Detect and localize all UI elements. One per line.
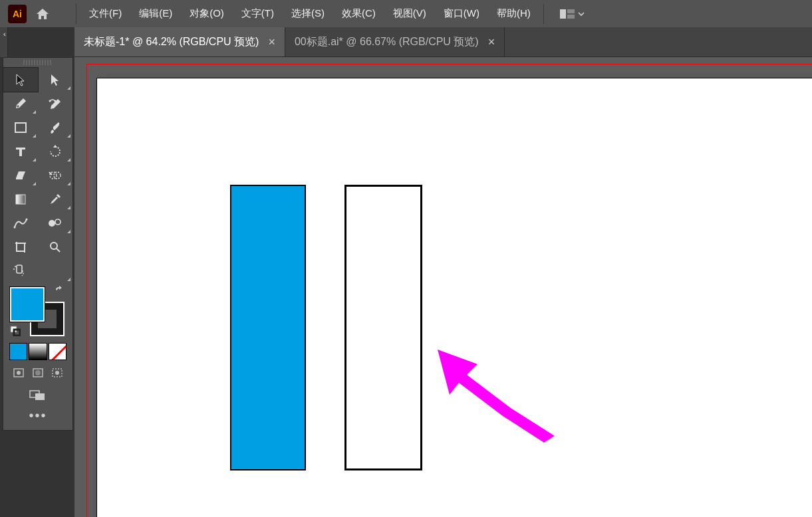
toolbox: •••	[3, 57, 73, 431]
close-icon[interactable]: ×	[488, 36, 495, 48]
color-mode-row	[9, 343, 67, 360]
document-tab-1[interactable]: 未标题-1* @ 64.2% (RGB/CPU 预览) ×	[74, 27, 285, 56]
svg-rect-6	[15, 123, 26, 132]
svg-point-3	[17, 106, 19, 108]
chevron-down-icon	[577, 10, 585, 18]
document-tabs: 未标题-1* @ 64.2% (RGB/CPU 预览) × 00标题.ai* @…	[74, 27, 812, 57]
selection-tool[interactable]	[3, 68, 38, 92]
menu-edit[interactable]: 编辑(E)	[130, 0, 181, 27]
edit-toolbar-button[interactable]: •••	[3, 405, 72, 430]
paintbrush-tool[interactable]	[38, 116, 72, 140]
document-tab-label: 未标题-1* @ 64.2% (RGB/CPU 预览)	[84, 35, 259, 49]
curvature-tool[interactable]	[38, 92, 72, 116]
svg-rect-15	[17, 243, 25, 251]
svg-line-21	[57, 249, 60, 252]
menu-items: 文件(F) 编辑(E) 对象(O) 文字(T) 选择(S) 效果(C) 视图(V…	[80, 0, 539, 27]
svg-point-14	[55, 219, 61, 225]
menu-effect[interactable]: 效果(C)	[333, 0, 384, 27]
svg-rect-2	[567, 15, 575, 19]
menu-type[interactable]: 文字(T)	[233, 0, 283, 27]
eyedropper-tool[interactable]	[38, 187, 72, 211]
svg-point-4	[49, 100, 51, 102]
direct-selection-tool[interactable]	[38, 68, 72, 92]
menu-select[interactable]: 选择(S)	[283, 0, 333, 27]
svg-point-11	[14, 227, 16, 229]
blue-rectangle-shape[interactable]	[230, 185, 306, 470]
eraser-tool[interactable]	[3, 163, 38, 187]
toolbox-grip[interactable]	[23, 60, 53, 65]
svg-rect-34	[35, 393, 45, 400]
tool-grid	[3, 68, 72, 283]
svg-point-24	[13, 268, 15, 270]
gradient-tool[interactable]	[3, 187, 38, 211]
color-mode-none[interactable]	[49, 343, 67, 360]
rotate-tool[interactable]	[38, 140, 72, 163]
workspace-switcher[interactable]	[553, 0, 595, 27]
svg-rect-0	[560, 9, 566, 19]
menu-object[interactable]: 对象(O)	[181, 0, 233, 27]
blend-tool[interactable]	[3, 211, 38, 235]
draw-behind[interactable]	[28, 364, 47, 381]
svg-rect-22	[17, 265, 22, 273]
svg-point-13	[49, 220, 55, 227]
canvas-area[interactable]	[74, 57, 812, 517]
screen-mode-row	[9, 387, 67, 404]
svg-point-20	[51, 243, 57, 249]
color-mode-gradient[interactable]	[29, 343, 47, 360]
swap-fill-stroke-icon[interactable]	[54, 286, 65, 298]
svg-point-28	[17, 371, 21, 375]
rectangle-tool[interactable]	[3, 116, 38, 140]
type-tool[interactable]	[3, 140, 38, 163]
svg-point-23	[15, 266, 16, 267]
zoom-tool[interactable]	[38, 235, 72, 259]
draw-mode-row	[9, 364, 67, 381]
artboard-tool[interactable]	[3, 235, 38, 259]
pen-tool[interactable]	[3, 92, 38, 116]
svg-point-5	[55, 100, 57, 102]
symbol-sprayer-tool[interactable]	[38, 211, 72, 235]
color-mode-solid[interactable]	[9, 343, 27, 360]
svg-rect-7	[16, 178, 23, 179]
home-button[interactable]	[33, 5, 52, 23]
svg-point-29	[35, 370, 41, 375]
fill-drip-tool[interactable]	[3, 259, 72, 283]
panel-collapse[interactable]: ‹‹	[0, 27, 8, 57]
draw-inside[interactable]	[48, 364, 67, 381]
separator	[76, 4, 76, 24]
svg-point-32	[55, 371, 59, 375]
svg-rect-10	[16, 195, 25, 204]
svg-rect-1	[567, 9, 575, 13]
fill-stroke-swatch	[3, 283, 72, 342]
shape-builder-tool[interactable]	[38, 163, 72, 187]
menu-help[interactable]: 帮助(H)	[488, 0, 539, 27]
app-logo-text: Ai	[13, 9, 22, 19]
collapse-icon: ‹‹	[3, 30, 4, 38]
app-logo: Ai	[8, 5, 27, 23]
default-fill-stroke-icon[interactable]	[10, 326, 21, 338]
draw-normal[interactable]	[9, 364, 28, 381]
svg-point-12	[26, 219, 28, 221]
menu-window[interactable]: 窗口(W)	[435, 0, 488, 27]
artboard[interactable]	[97, 78, 812, 517]
close-icon[interactable]: ×	[268, 36, 275, 48]
document-tab-label: 00标题.ai* @ 66.67% (RGB/CPU 预览)	[295, 35, 479, 49]
menu-bar: Ai 文件(F) 编辑(E) 对象(O) 文字(T) 选择(S) 效果(C) 视…	[0, 0, 812, 27]
document-tab-2[interactable]: 00标题.ai* @ 66.67% (RGB/CPU 预览) ×	[285, 27, 505, 56]
white-rectangle-shape[interactable]	[344, 185, 422, 470]
menu-file[interactable]: 文件(F)	[80, 0, 130, 27]
fill-swatch[interactable]	[10, 287, 45, 322]
menu-view[interactable]: 视图(V)	[384, 0, 435, 27]
separator	[543, 4, 544, 24]
screen-mode-button[interactable]	[9, 387, 67, 404]
